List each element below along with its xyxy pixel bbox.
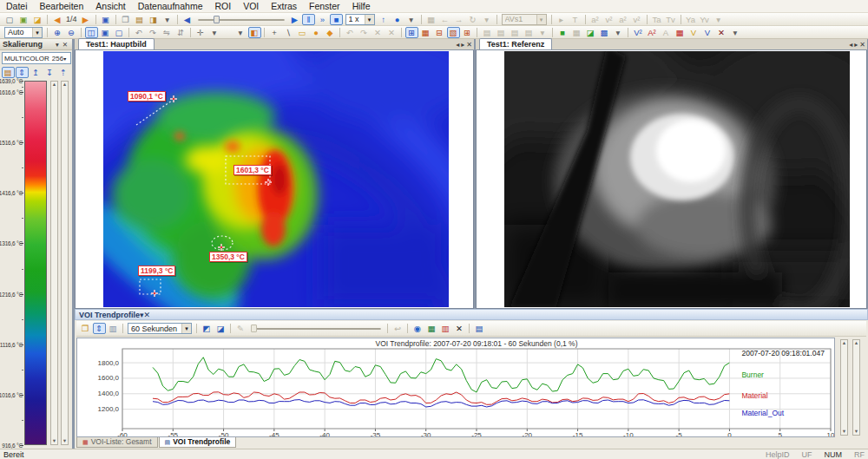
roi-point-icon[interactable]: +	[268, 27, 281, 38]
speed-combo[interactable]: 1 x▾	[345, 14, 375, 25]
slider-down-icon[interactable]: ▼	[51, 438, 57, 444]
chevron-down-icon[interactable]: ▾	[181, 324, 191, 333]
fullscreen-icon[interactable]: ▢	[113, 27, 126, 38]
voi-new-icon[interactable]: ▧	[447, 27, 460, 38]
reference-image[interactable]	[504, 51, 850, 307]
chevron-down-icon[interactable]: ▾	[63, 56, 67, 62]
trend-a-icon[interactable]: Ta	[650, 14, 663, 25]
tab-close-icon[interactable]: ✕	[466, 40, 472, 49]
panel-close-icon[interactable]: ✕	[144, 311, 151, 319]
expand-scale-icon[interactable]: ⇡	[57, 67, 70, 78]
layer-icon[interactable]: ■	[556, 27, 569, 38]
tab-voi-trendprofile[interactable]: ▤VOI Trendprofile	[159, 437, 237, 448]
chart-zoom-in-icon[interactable]: ◩	[201, 323, 214, 334]
voi-tool-icon[interactable]: ▤	[481, 27, 494, 38]
pen-icon[interactable]: ✎	[234, 323, 247, 334]
chart-settings-icon[interactable]: ▥	[439, 323, 452, 334]
undo-icon[interactable]: ↶	[344, 27, 357, 38]
rotate-left-icon[interactable]: ↶	[133, 27, 146, 38]
slider-up-icon[interactable]: ▲	[841, 340, 847, 346]
hist-v-icon[interactable]: Yv	[698, 14, 711, 25]
delete-icon[interactable]: ✕	[453, 323, 466, 334]
roi-ellipse-icon[interactable]: ●	[310, 27, 323, 38]
temperature-annotation[interactable]: 1350,3 °C	[209, 252, 247, 262]
next-frame-icon[interactable]: ▶	[79, 14, 92, 25]
scale-settings-icon[interactable]: ▥	[107, 323, 120, 334]
interval-combo[interactable]: 60 Sekunden▾	[128, 323, 192, 334]
checker-icon[interactable]: ▩	[598, 27, 611, 38]
scale-down-icon[interactable]: ↧	[43, 67, 56, 78]
voi-add-icon[interactable]: ⊞	[405, 27, 418, 38]
flip-h-icon[interactable]: ⇋	[161, 27, 174, 38]
scale-slider-lower[interactable]: ▲ ▼	[61, 81, 69, 445]
image-icon[interactable]: ▤	[133, 14, 146, 25]
menu-ansicht[interactable]: Ansicht	[89, 0, 131, 12]
play-button[interactable]: ▶	[288, 14, 301, 25]
trend-chart-plot[interactable]: VOI Trendprofile: 2007-07-20 09:18:01 - …	[76, 338, 835, 437]
snapshot-icon[interactable]: ◨	[147, 14, 160, 25]
zoom-out-icon[interactable]: ⊖	[65, 27, 78, 38]
chart-zoom-out-icon[interactable]: ◪	[214, 323, 227, 334]
menu-bearbeiten[interactable]: Bearbeiten	[34, 0, 90, 12]
overflow-icon[interactable]: ▾	[234, 27, 247, 38]
profile-v2-icon[interactable]: v²	[602, 14, 615, 25]
color-scale-bar[interactable]	[24, 81, 47, 445]
roi-polygon-icon[interactable]: ◆	[324, 27, 337, 38]
folder-green-icon[interactable]: ◪	[584, 27, 597, 38]
menu-extras[interactable]: Extras	[265, 0, 303, 12]
area-icon[interactable]: A	[660, 27, 673, 38]
chevron-down-icon[interactable]: ▾	[536, 15, 546, 24]
voi-copy-icon[interactable]: ⊞	[461, 27, 474, 38]
trend-v-icon[interactable]: Tv	[664, 14, 677, 25]
step-forward-icon[interactable]: →	[452, 14, 465, 25]
voi-tool-icon[interactable]: ▤	[509, 27, 522, 38]
slider-up-icon[interactable]: ▲	[853, 340, 859, 346]
fit-window-icon[interactable]: ◫	[85, 27, 98, 38]
text-tool-icon[interactable]: T	[569, 14, 582, 25]
overflow-icon[interactable]: ▾	[480, 14, 493, 25]
voi-tool-icon[interactable]: ▤	[523, 27, 536, 38]
voi-blue-icon[interactable]: V	[701, 27, 714, 38]
tab-scroll-right-icon[interactable]: ▸	[854, 40, 858, 49]
loop-icon[interactable]: ↻	[466, 14, 479, 25]
new-file-icon[interactable]: ▢	[3, 14, 16, 25]
tab-referenz[interactable]: Test1: Referenz	[479, 38, 552, 49]
speed-up-icon[interactable]: ↑	[377, 14, 390, 25]
slider-down-icon[interactable]: ▼	[841, 429, 847, 435]
tab-scroll-right-icon[interactable]: ▸	[461, 40, 464, 49]
new-template-icon[interactable]: ▣	[17, 14, 30, 25]
menu-hilfe[interactable]: Hilfe	[346, 0, 377, 12]
export-table-icon[interactable]: ▦	[425, 323, 438, 334]
open-icon[interactable]: ◪	[31, 14, 44, 25]
profile-a-icon[interactable]: a²	[616, 14, 629, 25]
copy-profile-icon[interactable]: ❐	[79, 323, 92, 334]
profile-v-icon[interactable]: v²	[630, 14, 643, 25]
cut-roi-icon[interactable]: ✕	[372, 27, 385, 38]
fast-forward-button[interactable]: »	[316, 14, 329, 25]
redo-icon[interactable]: ↷	[358, 27, 371, 38]
slider-up-icon[interactable]: ▲	[51, 82, 57, 88]
roi-rect-icon[interactable]: ▭	[296, 27, 309, 38]
slider-up-icon[interactable]: ▲	[62, 82, 68, 88]
area-value-icon[interactable]: A²	[646, 27, 659, 38]
palette-icon[interactable]: ▦	[674, 27, 687, 38]
pan-icon[interactable]: ✛	[194, 27, 207, 38]
panel-close-icon[interactable]: ✕	[61, 41, 69, 49]
menu-datei[interactable]: Datei	[0, 0, 34, 12]
delete-voi-icon[interactable]: ✕	[715, 27, 728, 38]
tab-scroll-left-icon[interactable]: ◂	[456, 40, 459, 49]
marker-icon[interactable]: ▸	[555, 14, 568, 25]
grid-icon[interactable]: ▦	[570, 27, 583, 38]
speaker-icon[interactable]: ◀	[181, 14, 194, 25]
rotate-right-icon[interactable]: ↷	[147, 27, 160, 38]
copy-icon[interactable]: ❐	[119, 14, 132, 25]
overflow-icon[interactable]: ▾	[729, 27, 742, 38]
overflow-icon[interactable]: ▾	[612, 27, 625, 38]
voi-edit-icon[interactable]: ▦	[419, 27, 432, 38]
delete-roi-icon[interactable]: ✕	[385, 27, 398, 38]
panel-menu-icon[interactable]: ▾	[54, 41, 61, 49]
stop-button[interactable]: ■	[330, 14, 343, 25]
temperature-annotation[interactable]: 1090,1 °C	[128, 91, 166, 102]
pause-button[interactable]: ‖	[302, 14, 315, 25]
print-icon[interactable]: ▤	[473, 323, 486, 334]
